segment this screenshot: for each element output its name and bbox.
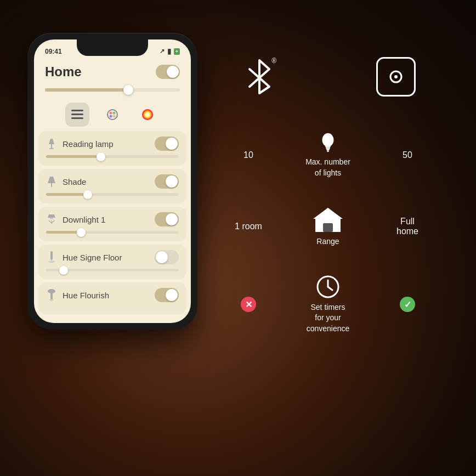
svg-rect-10 (51, 144, 52, 149)
downlight-toggle[interactable] (155, 212, 179, 226)
flourish-toggle[interactable] (155, 288, 179, 302)
hue-hub-svg (385, 66, 407, 88)
svg-marker-12 (48, 177, 55, 183)
svg-point-21 (48, 260, 55, 263)
lights-right-value: 50 (388, 150, 427, 160)
shade-toggle[interactable] (155, 174, 179, 189)
timers-left-container: ✕ (229, 297, 268, 312)
lights-left-value: 10 (229, 150, 268, 160)
range-left-value: 1 room (229, 222, 268, 231)
svg-line-18 (52, 220, 54, 223)
lights-label: Max. numberof lights (305, 157, 350, 178)
svg-rect-2 (71, 117, 83, 119)
svg-rect-1 (71, 114, 83, 115)
svg-line-16 (49, 220, 52, 223)
svg-point-7 (113, 115, 116, 118)
timers-feature-center: Set timersfor yourconvenience (284, 275, 372, 335)
signe-floor-icon (46, 250, 57, 264)
home-toggle[interactable] (156, 65, 180, 79)
battery-level: + (174, 48, 180, 55)
light-item-downlight: Downlight 1 (38, 207, 186, 241)
svg-rect-28 (325, 146, 331, 148)
bluetooth-registered: ® (271, 57, 276, 65)
svg-point-8 (142, 109, 153, 120)
svg-point-4 (110, 112, 112, 115)
svg-rect-30 (326, 149, 330, 150)
svg-marker-14 (48, 214, 55, 218)
lights-feature-center: Max. numberof lights (284, 132, 372, 178)
signe-floor-slider[interactable] (46, 269, 179, 271)
feature-row-lights: 10 Max. numberof lights 50 (224, 132, 432, 178)
timer-clock-icon (316, 275, 340, 299)
light-item-shade: Shade (38, 169, 186, 203)
features-area: ® 10 Max. numberof lights (224, 55, 432, 362)
svg-line-37 (328, 287, 332, 290)
range-right-value: Full home (388, 217, 427, 236)
light-name-flourish: Hue Flourish (63, 291, 109, 300)
status-time: 09:41 (45, 48, 62, 55)
svg-rect-19 (50, 251, 53, 260)
svg-point-22 (48, 289, 55, 293)
battery-icon: ▮ (167, 47, 171, 55)
reading-lamp-slider[interactable] (46, 155, 179, 158)
tab-list[interactable] (65, 103, 89, 127)
phone-mockup: 09:41 ↗ ▮ + Home (27, 33, 197, 330)
svg-marker-9 (49, 139, 54, 144)
hue-hub-icon (376, 57, 416, 97)
location-icon: ↗ (160, 48, 165, 55)
bluetooth-icon (245, 58, 274, 95)
bulb-icon (320, 132, 336, 154)
feature-row-timers: ✕ Set timersfor yourconvenience ✓ (224, 275, 432, 335)
tab-palette[interactable] (100, 103, 124, 127)
light-name-reading: Reading lamp (63, 139, 114, 149)
svg-rect-34 (323, 223, 333, 232)
brightness-slider[interactable] (45, 88, 180, 92)
light-name-shade: Shade (63, 177, 86, 186)
shade-slider[interactable] (46, 193, 179, 196)
downlight-slider[interactable] (46, 231, 179, 234)
signe-floor-toggle[interactable] (155, 250, 179, 264)
bluetooth-symbol-wrap: ® (240, 55, 279, 99)
timers-label: Set timersfor yourconvenience (307, 302, 350, 335)
downlight-icon (46, 212, 57, 226)
home-title: Home (45, 64, 82, 80)
shade-icon (46, 174, 57, 189)
timers-supported-icon: ✓ (400, 297, 415, 312)
app-tabs (34, 98, 191, 131)
timers-not-supported-icon: ✕ (241, 297, 256, 312)
home-range-icon (313, 206, 343, 233)
svg-point-5 (113, 112, 116, 115)
svg-rect-15 (50, 218, 53, 219)
home-header: Home (34, 60, 191, 85)
svg-rect-31 (327, 150, 329, 152)
bluetooth-icon-container: ® (240, 55, 279, 99)
svg-rect-0 (71, 110, 83, 111)
svg-point-3 (107, 110, 117, 120)
light-item-flourish: Hue Flourish (38, 282, 186, 314)
range-label: Range (316, 236, 339, 247)
top-icons-row: ® (224, 55, 432, 99)
svg-rect-23 (50, 293, 53, 299)
reading-lamp-toggle[interactable] (155, 137, 179, 151)
lamp-icon (46, 137, 57, 151)
phone-notch (77, 39, 148, 56)
tab-color[interactable] (135, 103, 160, 127)
svg-rect-29 (326, 148, 330, 149)
svg-point-6 (110, 115, 112, 118)
svg-point-26 (394, 75, 398, 78)
svg-point-27 (322, 133, 334, 147)
feature-row-range: 1 room Range Full home (224, 206, 432, 247)
light-item-reading-lamp: Reading lamp (38, 131, 186, 166)
light-item-signe-floor: Hue Signe Floor (38, 245, 186, 279)
timers-right-container: ✓ (388, 297, 427, 312)
range-feature-center: Range (284, 206, 372, 247)
svg-point-24 (49, 299, 54, 301)
light-name-signe-floor: Hue Signe Floor (63, 253, 122, 262)
hue-hub-container (376, 57, 416, 97)
svg-rect-13 (51, 183, 52, 187)
light-name-downlight: Downlight 1 (63, 215, 105, 224)
flourish-icon (46, 288, 57, 302)
